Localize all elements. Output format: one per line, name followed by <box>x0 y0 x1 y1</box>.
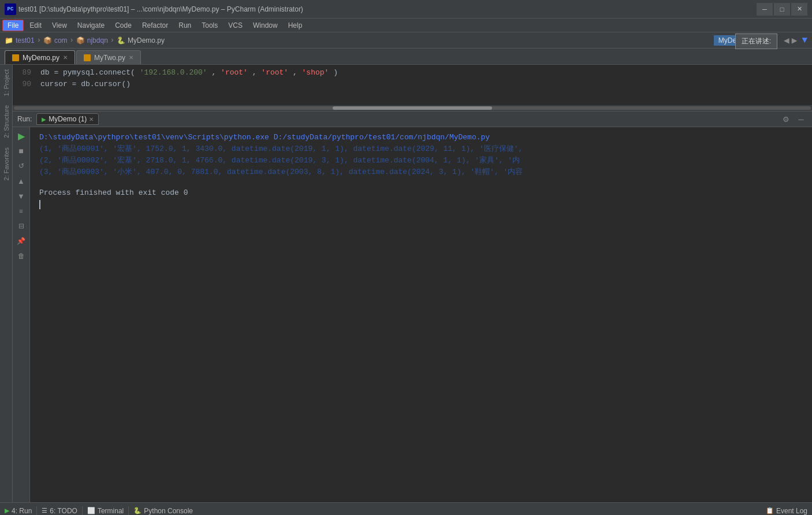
breadcrumb-test01[interactable]: 📁 test01 <box>5 36 35 45</box>
run-play-button[interactable]: ▶ <box>15 129 28 142</box>
file-tab-bar: MyDemo.py ✕ MyTwo.py ✕ <box>0 49 812 65</box>
run-pin-button[interactable]: 📌 <box>15 235 28 247</box>
run-scroll-down-button[interactable]: ▼ <box>15 190 28 202</box>
run-trash-button[interactable]: 🗑 <box>15 250 28 262</box>
output-line1: (1, '商品00001', '宏基', 1752.0, 1, 3430.0, … <box>39 143 803 155</box>
menu-view[interactable]: View <box>47 20 72 31</box>
maximize-button[interactable]: □ <box>774 3 790 16</box>
tab-mydemo-close[interactable]: ✕ <box>63 54 68 61</box>
run-rerun-button[interactable]: ↺ <box>15 160 28 172</box>
menu-navigate[interactable]: Navigate <box>73 20 109 31</box>
nav-forward-icon[interactable]: ▶ <box>792 35 798 46</box>
tab-mytwo-close[interactable]: ✕ <box>129 54 133 61</box>
toolbar-run-item[interactable]: ▶ 4: Run <box>5 507 32 515</box>
window-controls: ─ □ ✕ <box>757 3 807 16</box>
nav-back-icon[interactable]: ◀ <box>784 35 789 46</box>
output-path: D:\studyData\pythpro\test01\venv\Scripts… <box>39 133 490 142</box>
main-content: 1: Project 2: Structure 2: Favorites 89 … <box>0 65 812 502</box>
breadcrumb-mydemo[interactable]: 🐍 MyDemo.py <box>117 36 165 45</box>
structure-label[interactable]: 2: Structure <box>2 101 11 143</box>
tooltip-text: 正在讲述: <box>742 37 771 45</box>
cursor-line <box>39 199 803 210</box>
menu-run[interactable]: Run <box>174 20 196 31</box>
sep-3 <box>128 506 129 516</box>
output-process: Process finished with exit code 0 <box>39 188 188 197</box>
run-tab-close[interactable]: ✕ <box>89 116 94 123</box>
breadcrumb-sep-1: › <box>37 36 41 45</box>
menu-vcs[interactable]: VCS <box>224 20 247 31</box>
tab-mydemo[interactable]: MyDemo.py ✕ <box>5 50 75 64</box>
menu-edit[interactable]: Edit <box>25 20 46 31</box>
python-file-icon-2 <box>84 54 91 61</box>
left-labels-panel: 1: Project 2: Structure 2: Favorites <box>0 65 13 502</box>
line-numbers: 89 90 <box>13 65 36 105</box>
run-sort-button[interactable]: ≡ <box>15 205 28 217</box>
run-panel-header: Run: ▶ MyDemo (1) ✕ ⚙ ─ <box>13 111 812 127</box>
settings-gear-button[interactable]: ⚙ <box>780 113 792 125</box>
python-file-icon-1 <box>12 54 19 61</box>
run-filter-button[interactable]: ⊟ <box>15 220 28 232</box>
file-icon: 🐍 <box>117 36 125 45</box>
menu-window[interactable]: Window <box>248 20 282 31</box>
menu-code[interactable]: Code <box>110 20 136 31</box>
app-logo: PC <box>5 3 16 15</box>
toolbar-todo-item[interactable]: ☰ 6: TODO <box>42 507 77 515</box>
run-label: Run: <box>17 115 32 123</box>
menu-file[interactable]: File <box>2 20 24 31</box>
code-line-89: db = pymysql.connect( '192.168.0.200' , … <box>40 67 807 79</box>
run-settings: ⚙ ─ <box>780 113 807 125</box>
editor-right-tabs: MyDem 正在讲述: ◀ ▶ ▼ <box>714 35 807 46</box>
title-bar-left: PC test01 [D:\studyData\pythpro\test01] … <box>5 3 303 15</box>
package-icon-2: 📦 <box>76 36 85 45</box>
scrollbar-track <box>14 106 811 110</box>
run-tab-label: MyDemo (1) <box>49 115 87 123</box>
run-toolbar-icon: ▶ <box>5 507 9 514</box>
project-label[interactable]: 1: Project <box>2 65 11 101</box>
toolbar-terminal-item[interactable]: ⬜ Terminal <box>87 507 124 515</box>
folder-icon: 📁 <box>5 36 13 45</box>
nav-more-icon[interactable]: ▼ <box>802 35 807 46</box>
window-title: test01 [D:\studyData\pythpro\test01] – .… <box>18 5 303 13</box>
run-output: D:\studyData\pythpro\test01\venv\Scripts… <box>30 127 812 502</box>
breadcrumb-sep-3: › <box>110 36 114 45</box>
output-data-line3: (3, '商品00003', '小米', 407.0, 0, 7881.0, d… <box>39 168 523 176</box>
code-lines[interactable]: db = pymysql.connect( '192.168.0.200' , … <box>36 65 812 105</box>
todo-icon: ☰ <box>42 507 47 514</box>
favorites-label[interactable]: 2: Favorites <box>2 143 11 185</box>
run-scroll-up-button[interactable]: ▲ <box>15 175 28 187</box>
editor-scrollbar[interactable] <box>13 105 812 111</box>
run-stop-button[interactable]: ■ <box>15 145 28 157</box>
run-sidebar: ▶ ■ ↺ ▲ ▼ ≡ ⊟ 📌 🗑 <box>13 127 30 502</box>
event-log-label: Event Log <box>776 507 807 515</box>
sep-2 <box>82 506 83 516</box>
title-bar: PC test01 [D:\studyData\pythpro\test01] … <box>0 0 812 18</box>
close-button[interactable]: ✕ <box>791 3 807 16</box>
breadcrumb: 📁 test01 › 📦 com › 📦 njbdqn › 🐍 MyDemo.p… <box>0 32 812 49</box>
scrollbar-thumb[interactable] <box>333 106 492 110</box>
todo-label: 6: TODO <box>50 507 77 515</box>
code-content: 89 90 db = pymysql.connect( '192.168.0.2… <box>13 65 812 105</box>
minimize-button[interactable]: ─ <box>757 3 773 16</box>
run-icon: ▶ <box>42 116 46 123</box>
code-line-90: cursor = db.cursor() <box>40 79 807 90</box>
toolbar-right: 📋 Event Log <box>766 507 807 515</box>
output-path-line: D:\studyData\pythpro\test01\venv\Scripts… <box>39 132 803 143</box>
terminal-label: Terminal <box>98 507 124 515</box>
cursor-caret <box>39 200 40 209</box>
run-tab[interactable]: ▶ MyDemo (1) ✕ <box>36 113 99 125</box>
tooltip-overlay: 正在讲述: <box>735 34 777 49</box>
menu-tools[interactable]: Tools <box>197 20 222 31</box>
tab-mytwo-label: MyTwo.py <box>94 54 125 62</box>
toolbar-python-console-item[interactable]: 🐍 Python Console <box>133 507 193 515</box>
menu-refactor[interactable]: Refactor <box>137 20 173 31</box>
breadcrumb-njbdqn[interactable]: 📦 njbdqn <box>76 36 108 45</box>
tab-mytwo[interactable]: MyTwo.py ✕ <box>76 50 141 64</box>
breadcrumb-com[interactable]: 📦 com <box>43 36 68 45</box>
close-panel-button[interactable]: ─ <box>795 113 807 125</box>
tab-mydemo-label: MyDemo.py <box>23 54 59 62</box>
toolbar-event-log-item[interactable]: 📋 Event Log <box>766 507 807 515</box>
output-data-line2: (2, '商品00002', '宏基', 2718.0, 1, 4766.0, … <box>39 156 520 165</box>
event-log-icon: 📋 <box>766 507 774 514</box>
package-icon-1: 📦 <box>43 36 52 45</box>
menu-help[interactable]: Help <box>284 20 307 31</box>
